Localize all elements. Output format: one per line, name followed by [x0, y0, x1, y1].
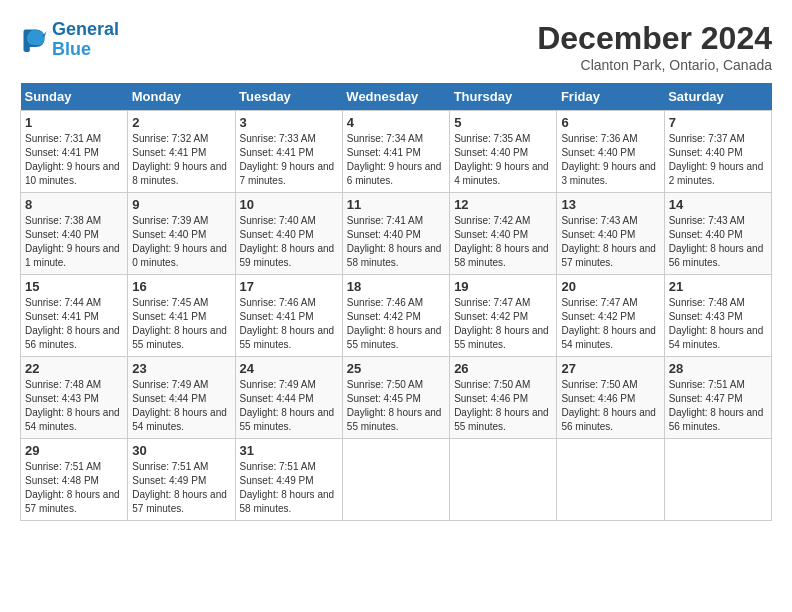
day-info: Sunrise: 7:37 AM Sunset: 4:40 PM Dayligh…: [669, 132, 767, 188]
day-number: 27: [561, 361, 659, 376]
calendar-cell: 18 Sunrise: 7:46 AM Sunset: 4:42 PM Dayl…: [342, 275, 449, 357]
calendar-cell: 26 Sunrise: 7:50 AM Sunset: 4:46 PM Dayl…: [450, 357, 557, 439]
calendar-cell: 29 Sunrise: 7:51 AM Sunset: 4:48 PM Dayl…: [21, 439, 128, 521]
calendar-cell: 1 Sunrise: 7:31 AM Sunset: 4:41 PM Dayli…: [21, 111, 128, 193]
calendar-cell: [664, 439, 771, 521]
calendar-cell: 6 Sunrise: 7:36 AM Sunset: 4:40 PM Dayli…: [557, 111, 664, 193]
day-info: Sunrise: 7:51 AM Sunset: 4:48 PM Dayligh…: [25, 460, 123, 516]
header-section: General Blue December 2024 Clanton Park,…: [20, 20, 772, 73]
day-number: 22: [25, 361, 123, 376]
calendar-cell: [342, 439, 449, 521]
day-number: 31: [240, 443, 338, 458]
day-number: 24: [240, 361, 338, 376]
day-info: Sunrise: 7:31 AM Sunset: 4:41 PM Dayligh…: [25, 132, 123, 188]
day-info: Sunrise: 7:47 AM Sunset: 4:42 PM Dayligh…: [561, 296, 659, 352]
day-number: 9: [132, 197, 230, 212]
calendar-cell: 13 Sunrise: 7:43 AM Sunset: 4:40 PM Dayl…: [557, 193, 664, 275]
location: Clanton Park, Ontario, Canada: [537, 57, 772, 73]
calendar-cell: 23 Sunrise: 7:49 AM Sunset: 4:44 PM Dayl…: [128, 357, 235, 439]
day-number: 26: [454, 361, 552, 376]
header-thursday: Thursday: [450, 83, 557, 111]
calendar-cell: 21 Sunrise: 7:48 AM Sunset: 4:43 PM Dayl…: [664, 275, 771, 357]
day-info: Sunrise: 7:43 AM Sunset: 4:40 PM Dayligh…: [561, 214, 659, 270]
day-info: Sunrise: 7:39 AM Sunset: 4:40 PM Dayligh…: [132, 214, 230, 270]
week-row-2: 8 Sunrise: 7:38 AM Sunset: 4:40 PM Dayli…: [21, 193, 772, 275]
header-monday: Monday: [128, 83, 235, 111]
day-info: Sunrise: 7:50 AM Sunset: 4:45 PM Dayligh…: [347, 378, 445, 434]
day-info: Sunrise: 7:41 AM Sunset: 4:40 PM Dayligh…: [347, 214, 445, 270]
day-number: 1: [25, 115, 123, 130]
day-number: 18: [347, 279, 445, 294]
day-info: Sunrise: 7:50 AM Sunset: 4:46 PM Dayligh…: [561, 378, 659, 434]
day-number: 13: [561, 197, 659, 212]
calendar-header-row: SundayMondayTuesdayWednesdayThursdayFrid…: [21, 83, 772, 111]
day-info: Sunrise: 7:38 AM Sunset: 4:40 PM Dayligh…: [25, 214, 123, 270]
day-info: Sunrise: 7:49 AM Sunset: 4:44 PM Dayligh…: [240, 378, 338, 434]
calendar-cell: 4 Sunrise: 7:34 AM Sunset: 4:41 PM Dayli…: [342, 111, 449, 193]
day-number: 28: [669, 361, 767, 376]
day-number: 7: [669, 115, 767, 130]
calendar-cell: 3 Sunrise: 7:33 AM Sunset: 4:41 PM Dayli…: [235, 111, 342, 193]
day-info: Sunrise: 7:51 AM Sunset: 4:49 PM Dayligh…: [240, 460, 338, 516]
calendar-cell: 8 Sunrise: 7:38 AM Sunset: 4:40 PM Dayli…: [21, 193, 128, 275]
calendar-cell: 28 Sunrise: 7:51 AM Sunset: 4:47 PM Dayl…: [664, 357, 771, 439]
day-info: Sunrise: 7:50 AM Sunset: 4:46 PM Dayligh…: [454, 378, 552, 434]
calendar-cell: 2 Sunrise: 7:32 AM Sunset: 4:41 PM Dayli…: [128, 111, 235, 193]
day-info: Sunrise: 7:40 AM Sunset: 4:40 PM Dayligh…: [240, 214, 338, 270]
calendar-cell: 10 Sunrise: 7:40 AM Sunset: 4:40 PM Dayl…: [235, 193, 342, 275]
calendar-cell: 19 Sunrise: 7:47 AM Sunset: 4:42 PM Dayl…: [450, 275, 557, 357]
day-number: 29: [25, 443, 123, 458]
day-number: 25: [347, 361, 445, 376]
calendar-cell: 12 Sunrise: 7:42 AM Sunset: 4:40 PM Dayl…: [450, 193, 557, 275]
day-number: 21: [669, 279, 767, 294]
day-number: 5: [454, 115, 552, 130]
week-row-1: 1 Sunrise: 7:31 AM Sunset: 4:41 PM Dayli…: [21, 111, 772, 193]
week-row-5: 29 Sunrise: 7:51 AM Sunset: 4:48 PM Dayl…: [21, 439, 772, 521]
day-number: 23: [132, 361, 230, 376]
logo-icon: [20, 26, 48, 54]
header-wednesday: Wednesday: [342, 83, 449, 111]
day-number: 12: [454, 197, 552, 212]
calendar-cell: 17 Sunrise: 7:46 AM Sunset: 4:41 PM Dayl…: [235, 275, 342, 357]
title-section: December 2024 Clanton Park, Ontario, Can…: [537, 20, 772, 73]
day-info: Sunrise: 7:46 AM Sunset: 4:42 PM Dayligh…: [347, 296, 445, 352]
day-info: Sunrise: 7:45 AM Sunset: 4:41 PM Dayligh…: [132, 296, 230, 352]
day-number: 8: [25, 197, 123, 212]
calendar-cell: [450, 439, 557, 521]
calendar-cell: 5 Sunrise: 7:35 AM Sunset: 4:40 PM Dayli…: [450, 111, 557, 193]
day-info: Sunrise: 7:35 AM Sunset: 4:40 PM Dayligh…: [454, 132, 552, 188]
calendar-cell: 16 Sunrise: 7:45 AM Sunset: 4:41 PM Dayl…: [128, 275, 235, 357]
day-number: 20: [561, 279, 659, 294]
day-number: 11: [347, 197, 445, 212]
header-tuesday: Tuesday: [235, 83, 342, 111]
calendar-cell: 11 Sunrise: 7:41 AM Sunset: 4:40 PM Dayl…: [342, 193, 449, 275]
calendar-cell: 14 Sunrise: 7:43 AM Sunset: 4:40 PM Dayl…: [664, 193, 771, 275]
calendar-cell: 30 Sunrise: 7:51 AM Sunset: 4:49 PM Dayl…: [128, 439, 235, 521]
week-row-3: 15 Sunrise: 7:44 AM Sunset: 4:41 PM Dayl…: [21, 275, 772, 357]
day-info: Sunrise: 7:43 AM Sunset: 4:40 PM Dayligh…: [669, 214, 767, 270]
day-info: Sunrise: 7:48 AM Sunset: 4:43 PM Dayligh…: [669, 296, 767, 352]
day-number: 6: [561, 115, 659, 130]
day-number: 19: [454, 279, 552, 294]
day-info: Sunrise: 7:51 AM Sunset: 4:47 PM Dayligh…: [669, 378, 767, 434]
day-info: Sunrise: 7:48 AM Sunset: 4:43 PM Dayligh…: [25, 378, 123, 434]
header-sunday: Sunday: [21, 83, 128, 111]
day-number: 17: [240, 279, 338, 294]
calendar-cell: 27 Sunrise: 7:50 AM Sunset: 4:46 PM Dayl…: [557, 357, 664, 439]
calendar-cell: 20 Sunrise: 7:47 AM Sunset: 4:42 PM Dayl…: [557, 275, 664, 357]
logo-text: General Blue: [52, 20, 119, 60]
day-info: Sunrise: 7:36 AM Sunset: 4:40 PM Dayligh…: [561, 132, 659, 188]
month-title: December 2024: [537, 20, 772, 57]
day-number: 16: [132, 279, 230, 294]
day-info: Sunrise: 7:34 AM Sunset: 4:41 PM Dayligh…: [347, 132, 445, 188]
day-number: 15: [25, 279, 123, 294]
calendar-table: SundayMondayTuesdayWednesdayThursdayFrid…: [20, 83, 772, 521]
day-number: 30: [132, 443, 230, 458]
day-info: Sunrise: 7:32 AM Sunset: 4:41 PM Dayligh…: [132, 132, 230, 188]
day-info: Sunrise: 7:46 AM Sunset: 4:41 PM Dayligh…: [240, 296, 338, 352]
header-saturday: Saturday: [664, 83, 771, 111]
day-number: 2: [132, 115, 230, 130]
calendar-cell: 22 Sunrise: 7:48 AM Sunset: 4:43 PM Dayl…: [21, 357, 128, 439]
calendar-cell: 31 Sunrise: 7:51 AM Sunset: 4:49 PM Dayl…: [235, 439, 342, 521]
calendar-cell: 7 Sunrise: 7:37 AM Sunset: 4:40 PM Dayli…: [664, 111, 771, 193]
